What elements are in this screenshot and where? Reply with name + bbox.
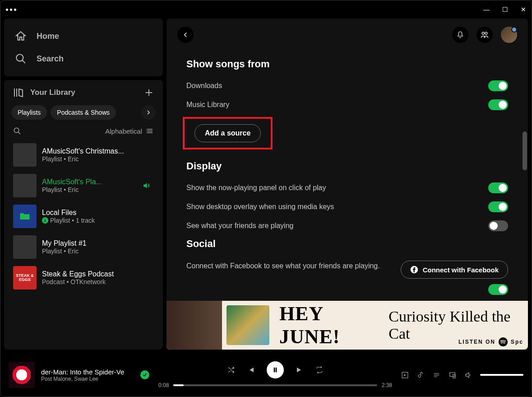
svg-point-2 xyxy=(14,128,19,133)
bell-icon xyxy=(456,31,464,39)
maximize-button[interactable]: ☐ xyxy=(502,6,508,13)
profile-button[interactable] xyxy=(501,27,517,43)
volume-button[interactable] xyxy=(464,371,472,379)
list-item[interactable]: AMusicSoft's Pla... Playlist • Eric xyxy=(9,170,157,201)
lyrics-button[interactable] xyxy=(417,371,425,379)
add-playlist-button[interactable] xyxy=(144,88,154,98)
playlist-name: Steak & Eggs Podcast xyxy=(42,270,154,278)
playlist-name: Local Files xyxy=(42,209,154,217)
playlist-meta: Playlist • Eric xyxy=(42,248,154,255)
banner-image xyxy=(167,301,222,350)
nav-home-label: Home xyxy=(37,32,59,41)
setting-label: See what your friends are playing xyxy=(186,222,293,230)
connect-device-button[interactable] xyxy=(449,371,456,379)
setting-label: Connect with Facebook to see what your f… xyxy=(186,261,392,271)
setting-label: Show the now-playing panel on click of p… xyxy=(186,184,326,192)
search-icon xyxy=(15,53,27,65)
back-button[interactable] xyxy=(177,27,194,43)
saved-indicator[interactable] xyxy=(140,370,149,379)
scrollbar[interactable] xyxy=(523,131,527,170)
podcast-cover: STEAK & EGGS xyxy=(13,266,37,290)
settings-content: Show songs from Downloads Music Library … xyxy=(167,51,528,301)
nav-search-label: Search xyxy=(37,54,64,64)
chevron-left-icon xyxy=(181,31,190,39)
playlist-list: AMusicSoft's Christmas... Playlist • Eri… xyxy=(4,140,163,350)
previous-button[interactable] xyxy=(247,366,255,374)
library-toggle[interactable]: Your Library xyxy=(13,87,75,98)
queue-button[interactable] xyxy=(433,371,440,379)
svg-point-5 xyxy=(485,32,487,34)
connect-facebook-button[interactable]: Connect with Facebook xyxy=(401,261,508,279)
section-title: Show songs from xyxy=(186,58,508,70)
svg-point-0 xyxy=(16,54,23,61)
chip-podcasts[interactable]: Podcasts & Shows xyxy=(51,105,116,120)
downloads-toggle[interactable] xyxy=(488,80,508,91)
list-item[interactable]: STEAK & EGGS Steak & Eggs Podcast Podcas… xyxy=(9,262,157,293)
svg-point-4 xyxy=(482,32,484,34)
svg-point-7 xyxy=(499,337,508,346)
list-item[interactable]: My Playlist #1 Playlist • Eric xyxy=(9,232,157,262)
progress-bar[interactable] xyxy=(173,384,377,386)
track-title: der-Man: Into the Spider-Ve xyxy=(41,368,134,376)
setting-label: Downloads xyxy=(186,82,222,90)
ad-banner[interactable]: HEY JUNE! Curiosity Killed the Cat LISTE… xyxy=(167,301,528,350)
playlist-cover xyxy=(13,174,37,197)
spotify-icon xyxy=(498,337,508,347)
close-button[interactable]: ✕ xyxy=(521,6,526,13)
banner-title: HEY JUNE! xyxy=(279,302,383,348)
library-title: Your Library xyxy=(30,88,75,97)
total-time: 2:38 xyxy=(382,382,392,388)
section-title: Display xyxy=(186,160,508,172)
nav-search[interactable]: Search xyxy=(15,47,152,70)
library-search-button[interactable] xyxy=(13,127,21,135)
friends-icon xyxy=(480,30,489,39)
highlight-box: Add a source xyxy=(183,117,273,149)
downloaded-icon xyxy=(42,217,48,224)
svg-line-1 xyxy=(22,60,25,63)
notifications-button[interactable] xyxy=(452,27,468,43)
volume-slider[interactable] xyxy=(480,374,523,376)
friend-activity-button[interactable] xyxy=(476,27,493,43)
now-playing-cover[interactable] xyxy=(9,362,35,388)
sort-button[interactable]: Alphabetical xyxy=(105,127,154,135)
list-item[interactable]: AMusicSoft's Christmas... Playlist • Eri… xyxy=(9,140,157,170)
chip-playlists[interactable]: Playlists xyxy=(11,105,47,120)
library-panel: Your Library Playlists Podcasts & Shows … xyxy=(4,80,163,350)
repeat-button[interactable] xyxy=(315,366,324,374)
home-icon xyxy=(15,30,27,42)
elapsed-time: 0:08 xyxy=(158,382,169,388)
pause-icon xyxy=(272,366,279,374)
now-playing-icon xyxy=(142,182,150,190)
more-menu-icon[interactable] xyxy=(6,9,16,11)
now-playing-panel-toggle[interactable] xyxy=(488,182,508,193)
svg-line-3 xyxy=(18,132,20,134)
chips-scroll-right[interactable] xyxy=(141,105,156,120)
playlist-name: My Playlist #1 xyxy=(42,239,154,248)
publish-toggle[interactable] xyxy=(488,284,508,295)
nav-home[interactable]: Home xyxy=(15,25,152,47)
folder-icon xyxy=(19,210,31,223)
now-playing-info[interactable]: der-Man: Into the Spider-Ve Post Malone,… xyxy=(41,368,134,382)
desktop-overlay-toggle[interactable] xyxy=(488,201,508,212)
music-library-toggle[interactable] xyxy=(488,99,508,110)
playlist-cover xyxy=(13,205,37,228)
facebook-icon xyxy=(410,266,418,274)
next-button[interactable] xyxy=(296,366,304,374)
filter-chips: Playlists Podcasts & Shows xyxy=(4,103,163,124)
banner-artwork xyxy=(227,305,269,345)
playlist-cover xyxy=(13,235,37,259)
now-playing-view-button[interactable] xyxy=(401,371,409,379)
setting-label: Show desktop overlay when using media ke… xyxy=(186,203,334,211)
shuffle-button[interactable] xyxy=(227,366,235,374)
friends-activity-toggle[interactable] xyxy=(488,220,508,231)
list-item[interactable]: Local Files Playlist • 1 track xyxy=(9,201,157,232)
nav-panel: Home Search xyxy=(4,19,163,76)
play-pause-button[interactable] xyxy=(267,361,284,378)
banner-cta: LISTEN ON Spc xyxy=(458,337,523,347)
minimize-button[interactable]: — xyxy=(483,6,490,13)
track-artist: Post Malone, Swae Lee xyxy=(41,376,134,382)
playlist-meta: Playlist • Eric xyxy=(42,155,154,163)
player-bar: der-Man: Into the Spider-Ve Post Malone,… xyxy=(0,353,532,397)
add-source-button[interactable]: Add a source xyxy=(194,124,261,142)
check-icon xyxy=(142,372,148,378)
